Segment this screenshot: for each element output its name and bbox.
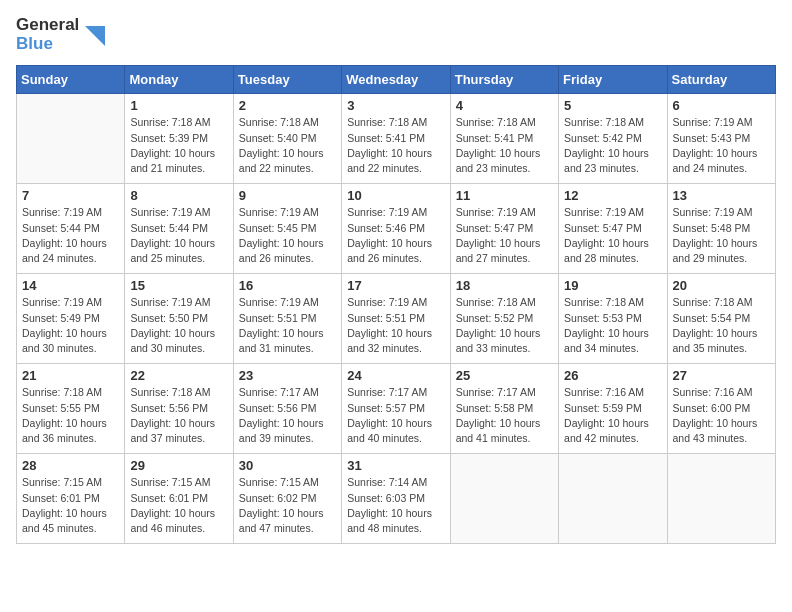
day-info: Sunrise: 7:19 AM Sunset: 5:43 PM Dayligh… bbox=[673, 115, 770, 176]
calendar-day-cell: 21Sunrise: 7:18 AM Sunset: 5:55 PM Dayli… bbox=[17, 364, 125, 454]
day-number: 28 bbox=[22, 458, 119, 473]
weekday-header-cell: Monday bbox=[125, 66, 233, 94]
calendar-day-cell: 28Sunrise: 7:15 AM Sunset: 6:01 PM Dayli… bbox=[17, 454, 125, 544]
calendar-day-cell: 23Sunrise: 7:17 AM Sunset: 5:56 PM Dayli… bbox=[233, 364, 341, 454]
calendar-day-cell: 10Sunrise: 7:19 AM Sunset: 5:46 PM Dayli… bbox=[342, 184, 450, 274]
calendar-body: 1Sunrise: 7:18 AM Sunset: 5:39 PM Daylig… bbox=[17, 94, 776, 544]
calendar-day-cell: 25Sunrise: 7:17 AM Sunset: 5:58 PM Dayli… bbox=[450, 364, 558, 454]
calendar-day-cell bbox=[559, 454, 667, 544]
day-info: Sunrise: 7:19 AM Sunset: 5:44 PM Dayligh… bbox=[130, 205, 227, 266]
day-info: Sunrise: 7:18 AM Sunset: 5:55 PM Dayligh… bbox=[22, 385, 119, 446]
weekday-header-cell: Wednesday bbox=[342, 66, 450, 94]
day-info: Sunrise: 7:18 AM Sunset: 5:52 PM Dayligh… bbox=[456, 295, 553, 356]
calendar-day-cell: 2Sunrise: 7:18 AM Sunset: 5:40 PM Daylig… bbox=[233, 94, 341, 184]
weekday-header-cell: Saturday bbox=[667, 66, 775, 94]
calendar-week-row: 28Sunrise: 7:15 AM Sunset: 6:01 PM Dayli… bbox=[17, 454, 776, 544]
calendar-day-cell: 9Sunrise: 7:19 AM Sunset: 5:45 PM Daylig… bbox=[233, 184, 341, 274]
calendar-week-row: 14Sunrise: 7:19 AM Sunset: 5:49 PM Dayli… bbox=[17, 274, 776, 364]
day-info: Sunrise: 7:18 AM Sunset: 5:39 PM Dayligh… bbox=[130, 115, 227, 176]
day-number: 19 bbox=[564, 278, 661, 293]
calendar-day-cell: 17Sunrise: 7:19 AM Sunset: 5:51 PM Dayli… bbox=[342, 274, 450, 364]
day-number: 17 bbox=[347, 278, 444, 293]
weekday-header-cell: Sunday bbox=[17, 66, 125, 94]
calendar-day-cell: 3Sunrise: 7:18 AM Sunset: 5:41 PM Daylig… bbox=[342, 94, 450, 184]
day-info: Sunrise: 7:19 AM Sunset: 5:51 PM Dayligh… bbox=[347, 295, 444, 356]
day-number: 27 bbox=[673, 368, 770, 383]
logo-text: General Blue bbox=[16, 16, 79, 53]
calendar-day-cell: 14Sunrise: 7:19 AM Sunset: 5:49 PM Dayli… bbox=[17, 274, 125, 364]
calendar-day-cell: 6Sunrise: 7:19 AM Sunset: 5:43 PM Daylig… bbox=[667, 94, 775, 184]
logo: General Blue bbox=[16, 16, 105, 53]
day-number: 26 bbox=[564, 368, 661, 383]
day-number: 7 bbox=[22, 188, 119, 203]
day-number: 5 bbox=[564, 98, 661, 113]
calendar-day-cell: 19Sunrise: 7:18 AM Sunset: 5:53 PM Dayli… bbox=[559, 274, 667, 364]
day-number: 29 bbox=[130, 458, 227, 473]
day-number: 23 bbox=[239, 368, 336, 383]
day-info: Sunrise: 7:16 AM Sunset: 5:59 PM Dayligh… bbox=[564, 385, 661, 446]
day-info: Sunrise: 7:18 AM Sunset: 5:40 PM Dayligh… bbox=[239, 115, 336, 176]
day-number: 9 bbox=[239, 188, 336, 203]
calendar-day-cell bbox=[667, 454, 775, 544]
calendar-day-cell: 30Sunrise: 7:15 AM Sunset: 6:02 PM Dayli… bbox=[233, 454, 341, 544]
day-info: Sunrise: 7:17 AM Sunset: 5:56 PM Dayligh… bbox=[239, 385, 336, 446]
calendar-day-cell: 18Sunrise: 7:18 AM Sunset: 5:52 PM Dayli… bbox=[450, 274, 558, 364]
day-number: 31 bbox=[347, 458, 444, 473]
calendar-day-cell bbox=[450, 454, 558, 544]
day-number: 16 bbox=[239, 278, 336, 293]
day-number: 4 bbox=[456, 98, 553, 113]
day-info: Sunrise: 7:15 AM Sunset: 6:01 PM Dayligh… bbox=[130, 475, 227, 536]
calendar-day-cell: 12Sunrise: 7:19 AM Sunset: 5:47 PM Dayli… bbox=[559, 184, 667, 274]
day-info: Sunrise: 7:14 AM Sunset: 6:03 PM Dayligh… bbox=[347, 475, 444, 536]
day-info: Sunrise: 7:16 AM Sunset: 6:00 PM Dayligh… bbox=[673, 385, 770, 446]
calendar-day-cell: 11Sunrise: 7:19 AM Sunset: 5:47 PM Dayli… bbox=[450, 184, 558, 274]
weekday-header-row: SundayMondayTuesdayWednesdayThursdayFrid… bbox=[17, 66, 776, 94]
day-info: Sunrise: 7:17 AM Sunset: 5:58 PM Dayligh… bbox=[456, 385, 553, 446]
day-info: Sunrise: 7:18 AM Sunset: 5:42 PM Dayligh… bbox=[564, 115, 661, 176]
day-number: 21 bbox=[22, 368, 119, 383]
calendar-day-cell: 16Sunrise: 7:19 AM Sunset: 5:51 PM Dayli… bbox=[233, 274, 341, 364]
calendar-day-cell: 4Sunrise: 7:18 AM Sunset: 5:41 PM Daylig… bbox=[450, 94, 558, 184]
day-number: 22 bbox=[130, 368, 227, 383]
page-header: General Blue bbox=[16, 16, 776, 53]
day-info: Sunrise: 7:19 AM Sunset: 5:51 PM Dayligh… bbox=[239, 295, 336, 356]
day-info: Sunrise: 7:19 AM Sunset: 5:45 PM Dayligh… bbox=[239, 205, 336, 266]
calendar-table: SundayMondayTuesdayWednesdayThursdayFrid… bbox=[16, 65, 776, 544]
day-info: Sunrise: 7:17 AM Sunset: 5:57 PM Dayligh… bbox=[347, 385, 444, 446]
day-number: 25 bbox=[456, 368, 553, 383]
day-number: 24 bbox=[347, 368, 444, 383]
calendar-week-row: 7Sunrise: 7:19 AM Sunset: 5:44 PM Daylig… bbox=[17, 184, 776, 274]
day-info: Sunrise: 7:19 AM Sunset: 5:50 PM Dayligh… bbox=[130, 295, 227, 356]
calendar-day-cell: 27Sunrise: 7:16 AM Sunset: 6:00 PM Dayli… bbox=[667, 364, 775, 454]
calendar-week-row: 1Sunrise: 7:18 AM Sunset: 5:39 PM Daylig… bbox=[17, 94, 776, 184]
logo-arrow-icon bbox=[85, 26, 105, 46]
day-number: 11 bbox=[456, 188, 553, 203]
calendar-day-cell: 7Sunrise: 7:19 AM Sunset: 5:44 PM Daylig… bbox=[17, 184, 125, 274]
calendar-day-cell: 13Sunrise: 7:19 AM Sunset: 5:48 PM Dayli… bbox=[667, 184, 775, 274]
day-info: Sunrise: 7:18 AM Sunset: 5:53 PM Dayligh… bbox=[564, 295, 661, 356]
day-info: Sunrise: 7:18 AM Sunset: 5:41 PM Dayligh… bbox=[456, 115, 553, 176]
weekday-header-cell: Tuesday bbox=[233, 66, 341, 94]
calendar-day-cell: 29Sunrise: 7:15 AM Sunset: 6:01 PM Dayli… bbox=[125, 454, 233, 544]
calendar-day-cell: 22Sunrise: 7:18 AM Sunset: 5:56 PM Dayli… bbox=[125, 364, 233, 454]
day-number: 1 bbox=[130, 98, 227, 113]
calendar-day-cell: 31Sunrise: 7:14 AM Sunset: 6:03 PM Dayli… bbox=[342, 454, 450, 544]
day-number: 13 bbox=[673, 188, 770, 203]
day-number: 20 bbox=[673, 278, 770, 293]
day-number: 14 bbox=[22, 278, 119, 293]
calendar-day-cell: 5Sunrise: 7:18 AM Sunset: 5:42 PM Daylig… bbox=[559, 94, 667, 184]
day-info: Sunrise: 7:18 AM Sunset: 5:54 PM Dayligh… bbox=[673, 295, 770, 356]
day-number: 10 bbox=[347, 188, 444, 203]
day-info: Sunrise: 7:19 AM Sunset: 5:48 PM Dayligh… bbox=[673, 205, 770, 266]
calendar-day-cell bbox=[17, 94, 125, 184]
weekday-header-cell: Thursday bbox=[450, 66, 558, 94]
day-info: Sunrise: 7:19 AM Sunset: 5:47 PM Dayligh… bbox=[564, 205, 661, 266]
calendar-week-row: 21Sunrise: 7:18 AM Sunset: 5:55 PM Dayli… bbox=[17, 364, 776, 454]
calendar-day-cell: 8Sunrise: 7:19 AM Sunset: 5:44 PM Daylig… bbox=[125, 184, 233, 274]
day-number: 15 bbox=[130, 278, 227, 293]
svg-marker-0 bbox=[85, 26, 105, 46]
day-info: Sunrise: 7:19 AM Sunset: 5:49 PM Dayligh… bbox=[22, 295, 119, 356]
calendar-day-cell: 24Sunrise: 7:17 AM Sunset: 5:57 PM Dayli… bbox=[342, 364, 450, 454]
day-info: Sunrise: 7:19 AM Sunset: 5:46 PM Dayligh… bbox=[347, 205, 444, 266]
day-info: Sunrise: 7:18 AM Sunset: 5:56 PM Dayligh… bbox=[130, 385, 227, 446]
